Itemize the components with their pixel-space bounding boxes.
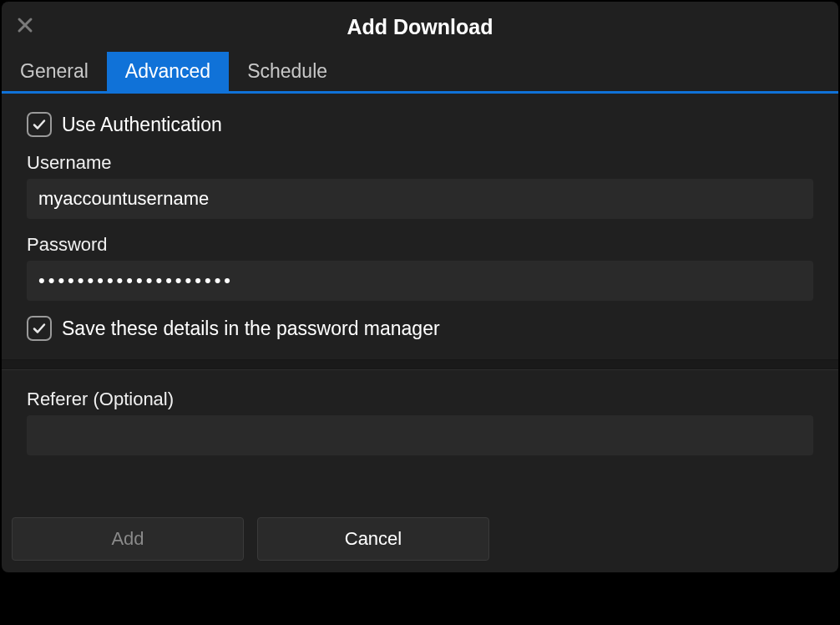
save-pm-checkbox[interactable] <box>27 316 52 341</box>
dialog-header: Add Download <box>2 2 838 52</box>
dialog-footer: Add Cancel <box>2 507 838 572</box>
password-input[interactable] <box>27 261 813 301</box>
auth-section: Use Authentication Username Password Sav… <box>2 94 838 359</box>
cancel-button[interactable]: Cancel <box>257 517 489 561</box>
referer-section: Referer (Optional) <box>2 369 838 507</box>
dialog-title: Add Download <box>347 15 493 39</box>
tab-bar: General Advanced Schedule <box>2 52 838 94</box>
tab-advanced[interactable]: Advanced <box>107 52 229 91</box>
save-pm-label: Save these details in the password manag… <box>62 318 440 340</box>
close-icon <box>17 17 33 33</box>
checkmark-icon <box>32 117 47 132</box>
add-button[interactable]: Add <box>12 517 244 561</box>
save-pm-row: Save these details in the password manag… <box>27 316 813 341</box>
add-download-dialog: Add Download General Advanced Schedule U… <box>2 2 838 572</box>
username-input[interactable] <box>27 179 813 219</box>
checkmark-icon <box>32 321 47 336</box>
tab-general[interactable]: General <box>2 52 107 91</box>
use-auth-label: Use Authentication <box>62 114 222 136</box>
username-label: Username <box>27 152 813 174</box>
use-auth-row: Use Authentication <box>27 112 813 137</box>
tab-schedule[interactable]: Schedule <box>229 52 346 91</box>
section-divider <box>2 359 838 369</box>
referer-input[interactable] <box>27 415 813 455</box>
advanced-content: Use Authentication Username Password Sav… <box>2 94 838 507</box>
referer-label: Referer (Optional) <box>27 389 813 410</box>
password-label: Password <box>27 234 813 256</box>
use-auth-checkbox[interactable] <box>27 112 52 137</box>
close-button[interactable] <box>13 13 37 37</box>
